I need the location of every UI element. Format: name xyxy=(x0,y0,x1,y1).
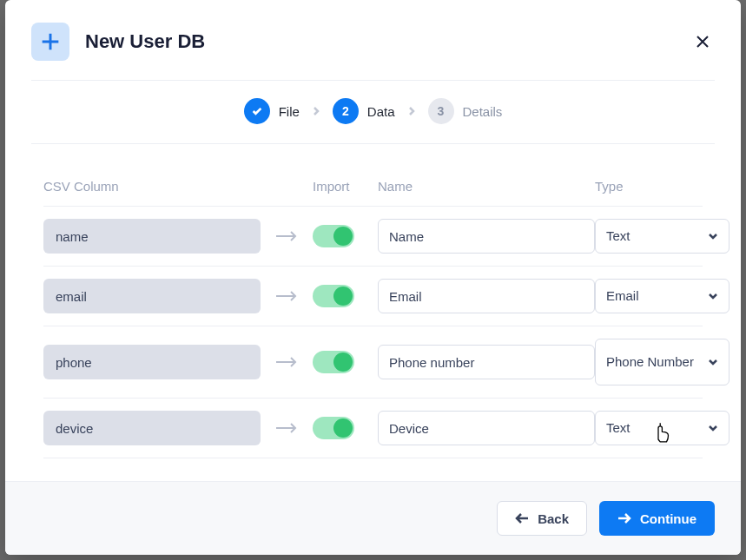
mapping-row: device Text xyxy=(43,398,703,458)
name-input[interactable] xyxy=(378,345,595,379)
close-icon xyxy=(696,35,710,49)
step-details[interactable]: 3 Details xyxy=(428,98,503,124)
step-label: Details xyxy=(463,104,503,119)
content-area: CSV Column Import Name Type name Text em… xyxy=(5,144,741,481)
mapping-row: phone Phone Number xyxy=(43,326,703,398)
csv-column-chip: name xyxy=(43,219,261,254)
csv-column-chip: email xyxy=(43,279,261,313)
import-toggle[interactable] xyxy=(313,285,354,307)
step-number: 2 xyxy=(333,98,359,124)
arrow-right-icon xyxy=(261,290,313,302)
step-label: File xyxy=(279,104,300,119)
continue-button[interactable]: Continue xyxy=(599,501,715,536)
arrow-right-icon xyxy=(617,513,631,524)
arrow-right-icon xyxy=(261,230,313,242)
chevron-down-icon xyxy=(708,231,718,241)
name-input[interactable] xyxy=(378,219,595,254)
step-number: 3 xyxy=(428,98,454,124)
step-file[interactable]: File xyxy=(244,98,300,124)
stepper: File 2 Data 3 Details xyxy=(5,81,741,143)
header-type: Type xyxy=(595,179,729,194)
modal: New User DB File 2 Data 3 Details CSV Co… xyxy=(5,0,741,555)
import-toggle[interactable] xyxy=(313,417,354,439)
check-icon xyxy=(244,98,270,124)
mapping-row: name Text xyxy=(43,206,703,266)
modal-header: New User DB xyxy=(5,0,741,80)
chevron-right-icon xyxy=(407,103,416,119)
type-select[interactable]: Text xyxy=(595,411,729,445)
name-input[interactable] xyxy=(378,279,595,313)
csv-column-chip: phone xyxy=(43,345,261,379)
mapping-row: email Email xyxy=(43,266,703,326)
chevron-down-icon xyxy=(708,357,718,367)
chevron-right-icon xyxy=(312,103,320,119)
import-toggle[interactable] xyxy=(313,351,354,373)
back-button[interactable]: Back xyxy=(497,501,587,536)
step-label: Data xyxy=(367,104,395,119)
header-name: Name xyxy=(378,179,595,194)
modal-footer: Back Continue xyxy=(5,481,741,555)
chevron-down-icon xyxy=(708,423,718,433)
column-headers: CSV Column Import Name Type xyxy=(43,144,703,206)
csv-column-chip: device xyxy=(43,411,261,445)
header-csv: CSV Column xyxy=(43,179,261,194)
close-button[interactable] xyxy=(690,30,715,54)
header-import: Import xyxy=(313,179,378,194)
arrow-right-icon xyxy=(261,422,313,434)
name-input[interactable] xyxy=(378,411,595,445)
step-data[interactable]: 2 Data xyxy=(333,98,395,124)
import-toggle[interactable] xyxy=(313,225,354,247)
type-select[interactable]: Phone Number xyxy=(595,339,729,385)
plus-icon xyxy=(31,23,69,61)
modal-title: New User DB xyxy=(85,30,205,53)
chevron-down-icon xyxy=(708,291,718,301)
arrow-left-icon xyxy=(515,513,529,524)
type-select[interactable]: Text xyxy=(595,219,729,254)
type-select[interactable]: Email xyxy=(595,279,729,313)
arrow-right-icon xyxy=(261,356,313,368)
